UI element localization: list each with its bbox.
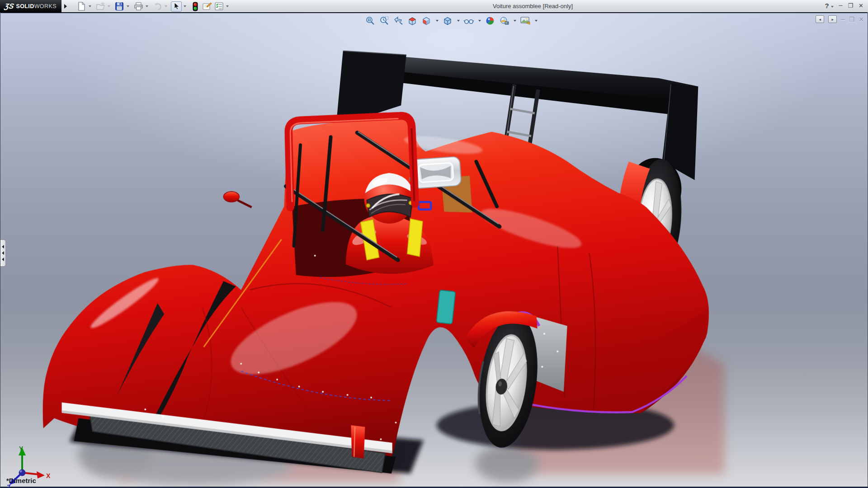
document-title: Voiture assomblee [Read-only] (493, 3, 573, 9)
intake-box[interactable] (411, 156, 461, 188)
open-document-dropdown[interactable] (107, 1, 111, 11)
checklist-icon (214, 2, 224, 11)
save-floppy-icon (115, 2, 124, 11)
save-button[interactable] (114, 1, 125, 12)
print-icon (134, 2, 143, 11)
options-dropdown[interactable] (225, 1, 230, 11)
grille-center-pylon (351, 425, 365, 459)
sketch-icon (202, 2, 212, 11)
new-document-button[interactable] (76, 1, 87, 12)
select-tool-button[interactable] (171, 1, 182, 12)
save-dropdown[interactable] (126, 1, 130, 11)
open-folder-icon (96, 2, 105, 11)
undo-button[interactable] (152, 1, 163, 12)
triad-x-label: X (46, 472, 51, 479)
triad-x-arrow (37, 471, 45, 479)
side-mirror[interactable] (223, 192, 251, 207)
brand-solid: SOLID (16, 3, 34, 9)
print-dropdown[interactable] (145, 1, 149, 11)
toolbar-flyout-arrow-icon[interactable] (63, 3, 68, 10)
brand-works: WORKS (34, 3, 57, 9)
edit-sketch-button[interactable] (202, 1, 212, 12)
main-toolbar (76, 1, 231, 12)
rebuild-button[interactable] (190, 1, 201, 12)
view-orientation-label: *Dimetric (6, 477, 36, 484)
close-button[interactable]: ✕ (859, 2, 863, 9)
solidworks-logo-mark: ƷS (4, 2, 14, 10)
help-dropdown-icon[interactable] (831, 1, 834, 9)
new-document-dropdown[interactable] (88, 1, 92, 11)
undo-arrow-icon (152, 2, 162, 11)
select-cursor-icon (173, 2, 180, 10)
print-button[interactable] (133, 1, 144, 12)
help-button[interactable]: ? (825, 2, 829, 9)
model-render-race-car[interactable] (0, 13, 868, 488)
options-properties-button[interactable] (213, 1, 224, 12)
solidworks-logo: ƷS SOLIDWORKS (0, 0, 61, 13)
new-document-icon (77, 2, 86, 11)
traffic-light-icon (193, 2, 198, 11)
select-dropdown[interactable] (183, 1, 187, 11)
driver-helmet[interactable] (364, 173, 414, 224)
triad-y-label: Y (19, 445, 24, 452)
restore-button[interactable]: ❐ (848, 2, 853, 9)
window-controls: ? ─ ❐ ✕ (825, 1, 863, 9)
minimize-button[interactable]: ─ (839, 2, 843, 9)
open-document-button[interactable] (95, 1, 106, 12)
graphics-viewport[interactable]: ◂ ▸ ─ ❐ ✕ (0, 13, 868, 488)
titlebar: ƷS SOLIDWORKS (0, 0, 868, 13)
side-teal-insert[interactable] (436, 290, 455, 324)
undo-dropdown[interactable] (164, 1, 168, 11)
harness-strap-right (407, 219, 423, 257)
